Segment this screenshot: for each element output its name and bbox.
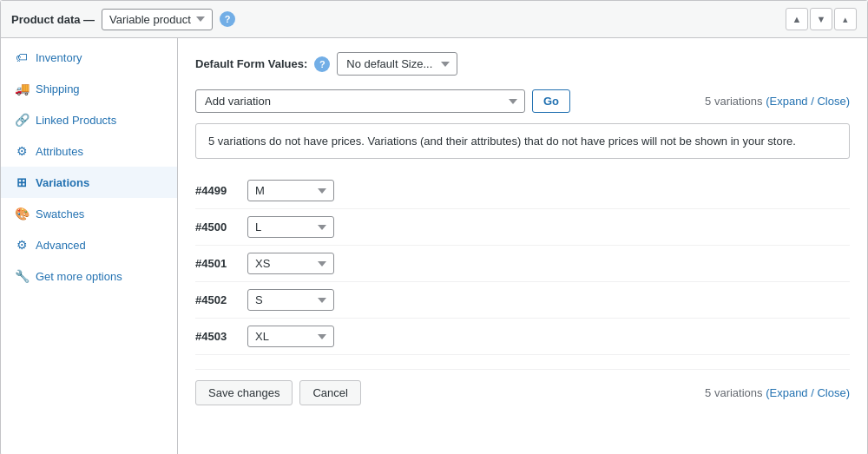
product-type-select[interactable]: Variable product [102, 9, 213, 30]
save-changes-button[interactable]: Save changes [195, 380, 293, 405]
sidebar: 🏷 Inventory 🚚 Shipping 🔗 Linked Products… [1, 38, 178, 454]
add-variation-select[interactable]: Add variation [195, 89, 525, 113]
variation-id-4499: #4499 [195, 184, 240, 197]
sidebar-item-advanced[interactable]: ⚙ Advanced [1, 229, 177, 260]
table-row: #4503 MLXSSXL [195, 319, 850, 355]
variation-size-4501[interactable]: MLXSSXL [247, 253, 334, 274]
variation-id-4500: #4500 [195, 220, 240, 234]
header-controls: ▲ ▼ ▴ [786, 8, 857, 30]
inventory-icon: 🏷 [15, 50, 29, 64]
table-row: #4499 MLXSSXL [195, 173, 850, 209]
sidebar-item-inventory[interactable]: 🏷 Inventory [1, 42, 177, 73]
collapse-down-button[interactable]: ▼ [810, 8, 832, 30]
sidebar-item-variations[interactable]: ⊞ Variations [1, 167, 177, 198]
variations-main-content: Default Form Values: ? No default Size..… [178, 38, 867, 454]
get-more-options-icon: 🔧 [15, 269, 29, 283]
shipping-icon: 🚚 [15, 82, 29, 95]
footer-row: Save changes Cancel 5 variations (Expand… [195, 369, 850, 405]
expand-close-bottom-link[interactable]: (Expand / Close) [766, 386, 850, 399]
variations-icon: ⊞ [15, 175, 29, 189]
swatches-icon: 🎨 [15, 207, 29, 220]
variations-count-top: 5 variations (Expand / Close) [705, 95, 850, 108]
variation-size-4499[interactable]: MLXSSXL [247, 180, 334, 201]
sidebar-item-attributes[interactable]: ⚙ Attributes [1, 135, 177, 167]
cancel-button[interactable]: Cancel [299, 380, 360, 405]
sidebar-item-shipping[interactable]: 🚚 Shipping [1, 73, 177, 104]
variation-size-4500[interactable]: MLXSSXL [247, 216, 334, 238]
product-data-body: 🏷 Inventory 🚚 Shipping 🔗 Linked Products… [1, 38, 867, 454]
attributes-icon: ⚙ [15, 144, 29, 158]
product-data-header: Product data — Variable product ? ▲ ▼ ▴ [1, 1, 867, 38]
variation-id-4503: #4503 [195, 330, 240, 343]
advanced-icon: ⚙ [15, 238, 29, 252]
variations-count-bottom: 5 variations (Expand / Close) [705, 386, 850, 399]
expand-button[interactable]: ▴ [834, 8, 857, 30]
table-row: #4501 MLXSSXL [195, 246, 850, 282]
default-form-help-icon[interactable]: ? [314, 56, 330, 72]
default-form-label: Default Form Values: [195, 57, 307, 70]
variation-id-4501: #4501 [195, 257, 240, 270]
go-button[interactable]: Go [532, 89, 570, 113]
collapse-up-button[interactable]: ▲ [786, 8, 808, 30]
sidebar-item-swatches[interactable]: 🎨 Swatches [1, 198, 177, 229]
sidebar-item-get-more-options[interactable]: 🔧 Get more options [1, 260, 177, 292]
linked-products-icon: 🔗 [15, 113, 29, 127]
variation-id-4502: #4502 [195, 293, 240, 306]
sidebar-item-linked-products[interactable]: 🔗 Linked Products [1, 104, 177, 135]
expand-close-top-link[interactable]: (Expand / Close) [766, 95, 850, 108]
table-row: #4502 MLXSSXL [195, 282, 850, 319]
warning-box: 5 variations do not have prices. Variati… [195, 123, 850, 159]
table-row: #4500 MLXSSXL [195, 209, 850, 246]
variation-size-4503[interactable]: MLXSSXL [247, 326, 334, 347]
variation-size-4502[interactable]: MLXSSXL [247, 289, 334, 311]
add-variation-row: Add variation Go 5 variations (Expand / … [195, 89, 850, 113]
default-form-select[interactable]: No default Size... [337, 52, 457, 76]
product-data-panel: Product data — Variable product ? ▲ ▼ ▴ … [0, 0, 868, 454]
help-icon[interactable]: ? [220, 11, 235, 27]
product-data-title: Product data — [11, 13, 95, 26]
variations-list: #4499 MLXSSXL #4500 MLXSSXL #4501 MLXSSX… [195, 173, 850, 355]
default-form-row: Default Form Values: ? No default Size..… [195, 52, 850, 76]
